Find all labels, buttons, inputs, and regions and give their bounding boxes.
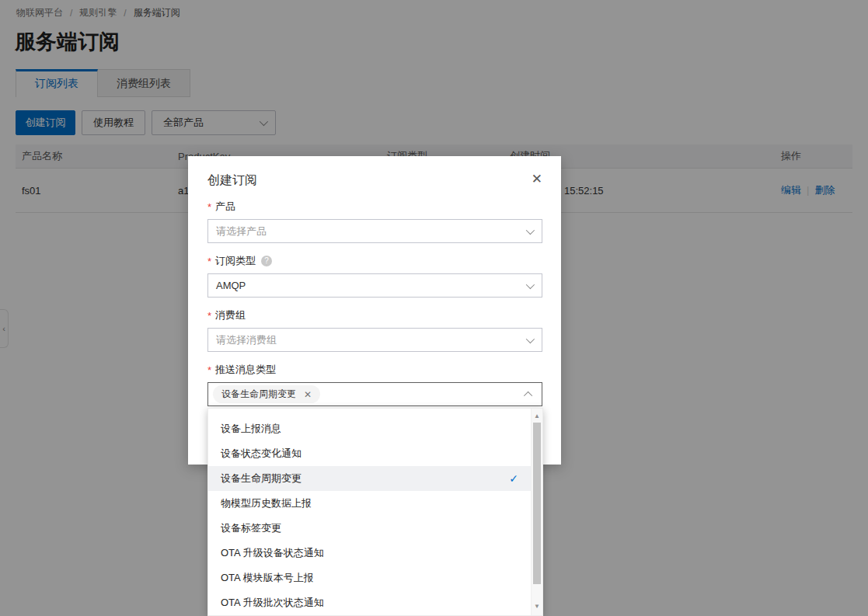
field-push-message-type-label-text: 推送消息类型: [215, 363, 276, 377]
consumer-group-placeholder: 请选择消费组: [216, 333, 277, 347]
message-type-dropdown: 设备上报消息 设备状态变化通知 设备生命周期变更 ✓ 物模型历史数据上报 设备标…: [207, 408, 543, 616]
option-label: 设备生命周期变更: [221, 466, 302, 491]
subscription-type-value: AMQP: [216, 280, 246, 291]
dropdown-option-ota-device-status[interactable]: OTA 升级设备状态通知: [208, 541, 531, 566]
option-label: 设备上报消息: [221, 416, 281, 441]
field-push-message-type-label: * 推送消息类型: [207, 363, 542, 377]
dropdown-option-status-change[interactable]: 设备状态变化通知: [208, 441, 531, 466]
dialog-header: 创建订阅 ✕: [207, 172, 542, 189]
option-label: 设备状态变化通知: [221, 441, 302, 466]
chevron-down-icon: [526, 225, 535, 234]
scroll-down-icon[interactable]: ▼: [532, 600, 542, 612]
chevron-down-icon: [526, 280, 535, 288]
field-product-label-text: 产品: [215, 200, 235, 214]
chevron-up-icon: [524, 391, 532, 399]
dropdown-option-tag-change[interactable]: 设备标签变更: [208, 516, 531, 541]
dropdown-option-lifecycle-change[interactable]: 设备生命周期变更 ✓: [208, 466, 531, 491]
product-select[interactable]: 请选择产品: [207, 219, 542, 243]
push-message-type-multiselect[interactable]: 设备生命周期变更 ✕: [207, 382, 542, 406]
scrollbar-thumb[interactable]: [533, 423, 541, 584]
field-push-message-type: * 推送消息类型 设备生命周期变更 ✕: [207, 363, 542, 406]
field-subscription-type-label-text: 订阅类型: [215, 254, 256, 268]
field-consumer-group: * 消费组 请选择消费组: [207, 308, 542, 352]
field-subscription-type-label: * 订阅类型 ?: [207, 254, 542, 268]
tag-remove-icon[interactable]: ✕: [304, 389, 312, 400]
product-select-placeholder: 请选择产品: [216, 224, 267, 238]
field-product: * 产品 请选择产品: [207, 200, 542, 243]
required-mark: *: [207, 201, 211, 213]
dropdown-option-ota-batch-status[interactable]: OTA 升级批次状态通知: [208, 590, 531, 615]
help-icon[interactable]: ?: [261, 256, 272, 266]
dropdown-scrollbar[interactable]: ▲ ▼: [531, 409, 542, 615]
field-subscription-type: * 订阅类型 ? AMQP: [207, 254, 542, 298]
selected-tag: 设备生命周期变更 ✕: [213, 385, 320, 403]
option-label: OTA 升级设备状态通知: [221, 541, 324, 566]
scroll-up-icon[interactable]: ▲: [532, 410, 542, 422]
dropdown-option-device-report[interactable]: 设备上报消息: [208, 416, 531, 441]
close-icon[interactable]: ✕: [532, 172, 542, 187]
subscription-type-select[interactable]: AMQP: [207, 273, 542, 298]
field-product-label: * 产品: [207, 200, 542, 214]
field-consumer-group-label: * 消费组: [207, 308, 542, 322]
create-subscription-dialog: 创建订阅 ✕ * 产品 请选择产品 * 订阅类型 ? AMQP * 消费组 请选…: [188, 156, 561, 465]
required-mark: *: [207, 256, 211, 267]
option-label: 设备标签变更: [221, 516, 281, 541]
field-consumer-group-label-text: 消费组: [215, 308, 246, 322]
dialog-title: 创建订阅: [207, 172, 257, 189]
consumer-group-select[interactable]: 请选择消费组: [207, 328, 542, 352]
selected-tag-label: 设备生命周期变更: [221, 388, 296, 401]
required-mark: *: [207, 364, 211, 376]
option-label: OTA 升级批次状态通知: [221, 590, 324, 615]
check-icon: ✓: [509, 466, 518, 491]
dropdown-option-ota-module-version[interactable]: OTA 模块版本号上报: [208, 566, 531, 590]
chevron-down-icon: [526, 334, 535, 343]
option-label: 物模型历史数据上报: [221, 491, 312, 516]
dropdown-option-tsl-history[interactable]: 物模型历史数据上报: [208, 491, 531, 516]
required-mark: *: [207, 310, 211, 322]
option-label: OTA 模块版本号上报: [221, 566, 314, 590]
